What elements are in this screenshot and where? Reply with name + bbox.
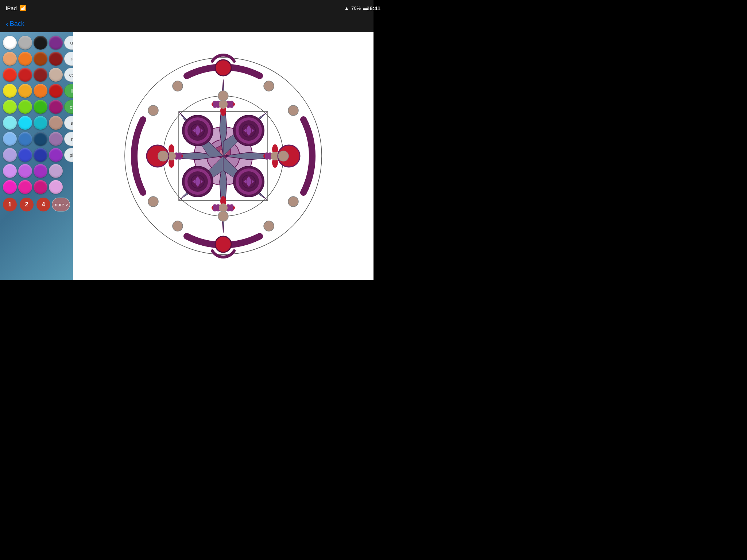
device-label: iPad <box>6 5 17 11</box>
back-button[interactable]: ‹ Back <box>6 20 24 28</box>
lines-button[interactable]: lines <box>64 84 73 98</box>
status-right: ▲ 70% ▬ <box>344 5 368 11</box>
svg-point-72 <box>173 81 183 91</box>
color-purple2[interactable] <box>34 164 47 178</box>
color-row-4: lines <box>3 84 70 98</box>
color-blue-purple[interactable] <box>18 148 32 162</box>
more-button[interactable]: more > <box>52 198 70 211</box>
color-light-pink[interactable] <box>49 180 63 194</box>
color-dark-red[interactable] <box>49 52 63 66</box>
color-mid-blue[interactable] <box>18 132 32 146</box>
color-teal[interactable] <box>34 116 47 130</box>
svg-point-73 <box>264 81 274 91</box>
color-cyan2[interactable] <box>18 116 32 130</box>
svg-point-84 <box>158 151 168 161</box>
color-indigo[interactable] <box>34 148 47 162</box>
color-violet[interactable] <box>49 148 63 162</box>
svg-point-78 <box>173 221 183 231</box>
color-red3[interactable] <box>34 68 47 82</box>
color-light-purple[interactable] <box>49 164 63 178</box>
location-icon: ▲ <box>344 5 349 11</box>
color-row-6: save <box>3 116 70 130</box>
svg-point-80 <box>215 60 231 76</box>
color-gray[interactable] <box>18 36 32 50</box>
left-panel: undo redo colors lines <box>0 32 73 280</box>
back-chevron-icon: ‹ <box>6 20 8 28</box>
color-pink[interactable] <box>18 180 32 194</box>
colors-button[interactable]: colors <box>64 68 73 82</box>
status-bar: iPad 📶 16:41 ▲ 70% ▬ <box>0 0 374 16</box>
color-magenta-dark[interactable] <box>49 100 63 114</box>
svg-point-81 <box>215 236 231 252</box>
color-tan[interactable] <box>49 68 63 82</box>
svg-point-83 <box>218 211 228 221</box>
color-light-blue[interactable] <box>3 132 17 146</box>
color-periwinkle[interactable] <box>3 148 17 162</box>
svg-point-74 <box>148 105 158 116</box>
color-amber[interactable] <box>18 84 32 98</box>
status-time: 16:41 <box>367 5 374 11</box>
color-orange[interactable] <box>18 52 32 66</box>
color-purple[interactable] <box>49 36 63 50</box>
color-row-3: colors <box>3 68 70 82</box>
color-hot-pink[interactable] <box>3 180 17 194</box>
color-green2[interactable] <box>34 100 47 114</box>
color-dark-blue[interactable] <box>34 132 47 146</box>
brush-2-button[interactable]: 2 <box>20 198 34 211</box>
brush-row: 1 2 4 more > <box>3 198 70 211</box>
brush-1-button[interactable]: 1 <box>3 198 17 211</box>
svg-point-85 <box>278 151 289 161</box>
color-medium-purple[interactable] <box>18 164 32 178</box>
color-orchid[interactable] <box>3 164 17 178</box>
save-button[interactable]: save <box>64 116 73 130</box>
undo-button[interactable]: undo <box>64 36 73 50</box>
color-row-10 <box>3 180 70 194</box>
mail-button[interactable]: mail <box>64 132 73 146</box>
svg-point-79 <box>264 221 274 231</box>
brush-4-button[interactable]: 4 <box>36 198 50 211</box>
nav-bar: ‹ Back <box>0 16 374 32</box>
mandala-canvas[interactable]: ✦ ✦ ✦ ✦ <box>110 43 336 269</box>
color-white[interactable] <box>3 36 17 50</box>
main-content: undo redo colors lines <box>0 32 374 280</box>
color-lime[interactable] <box>3 100 17 114</box>
color-red2[interactable] <box>18 68 32 82</box>
svg-point-76 <box>148 197 158 207</box>
color-black[interactable] <box>34 36 47 50</box>
color-lavender[interactable] <box>49 132 63 146</box>
color-crimson[interactable] <box>49 84 63 98</box>
color-tan2[interactable] <box>49 116 63 130</box>
color-row-5: offset <box>3 100 70 114</box>
right-panel[interactable]: ✦ ✦ ✦ ✦ <box>73 32 374 280</box>
battery-percent: 70% <box>351 5 361 11</box>
color-yellow[interactable] <box>3 84 17 98</box>
color-row-9 <box>3 164 70 178</box>
color-brown[interactable] <box>34 52 47 66</box>
offset-button[interactable]: offset <box>64 100 73 114</box>
svg-point-75 <box>288 105 298 116</box>
status-left: iPad 📶 <box>6 5 27 11</box>
color-deep-pink[interactable] <box>34 180 47 194</box>
color-cyan1[interactable] <box>3 116 17 130</box>
svg-point-77 <box>288 197 298 207</box>
color-row-8: photo <box>3 148 70 162</box>
photo-button[interactable]: photo <box>64 148 73 162</box>
color-peach[interactable] <box>3 52 17 66</box>
color-red1[interactable] <box>3 68 17 82</box>
wifi-icon: 📶 <box>20 5 27 11</box>
color-orange2[interactable] <box>34 84 47 98</box>
redo-button[interactable]: redo <box>64 52 73 66</box>
color-row-2: redo <box>3 52 70 66</box>
color-row-1: undo <box>3 36 70 50</box>
color-row-7: mail <box>3 132 70 146</box>
back-label: Back <box>10 20 24 28</box>
color-green1[interactable] <box>18 100 32 114</box>
svg-point-82 <box>218 91 228 101</box>
